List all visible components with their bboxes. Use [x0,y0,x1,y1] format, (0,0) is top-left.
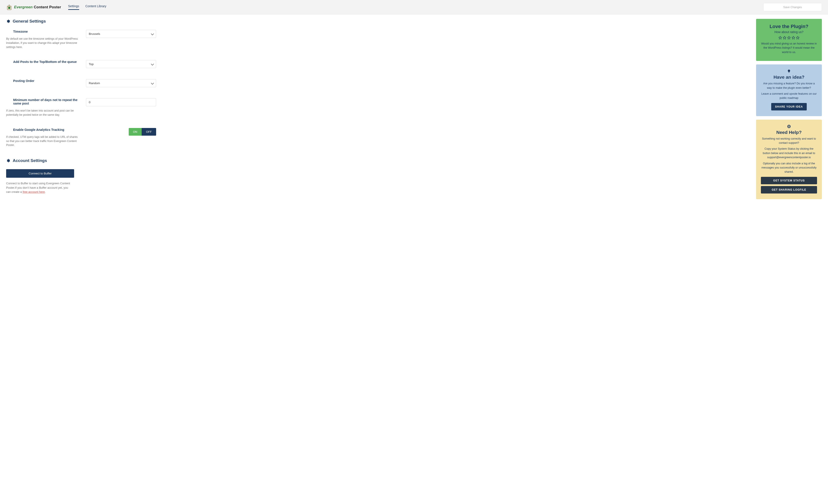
posting-order-select[interactable]: Random [86,79,156,87]
help-p1: Something not working correctly and want… [761,137,817,145]
sidebar: Love the Plugin? How about rating us? Wo… [756,14,822,199]
account-settings-title: Account Settings [13,158,47,163]
star-icon[interactable] [792,36,795,39]
idea-title: Have an idea? [761,75,817,80]
connect-help-post: . [45,190,46,193]
svg-marker-7 [796,36,799,39]
setting-min-days: Minimum number of days not to repeat the… [6,98,164,117]
ga-tracking-help: If checked, UTM query tags will be added… [6,135,79,147]
logo: Evergreen Content Poster [6,4,61,11]
timezone-help: By default we use the timezone settings … [6,37,79,49]
logo-icon [6,4,12,11]
rating-title: Love the Plugin? [761,24,817,29]
top-bar: Evergreen Content Poster Settings Conten… [0,0,828,14]
star-icon[interactable] [787,36,791,39]
account-settings-heading: Account Settings [6,158,164,163]
posting-order-label: Posting Order [13,79,81,83]
queue-position-select[interactable]: Top [86,60,156,68]
queue-position-label: Add Posts to the Top/Bottom of the queue [13,60,81,63]
setting-posting-order: Posting Order Random [6,79,164,87]
nav-tabs: Settings Content Library [68,4,106,10]
tab-settings[interactable]: Settings [68,4,79,10]
min-days-input[interactable] [86,98,156,106]
ga-tracking-label: Enable Google Analytics Tracking [13,128,81,132]
get-sharing-logfile-button[interactable]: GET SHARING LOGFILE [761,186,817,193]
help-card: Need Help? Something not working correct… [756,120,822,199]
idea-p2: Leave a comment and upvote features on o… [761,92,817,100]
svg-marker-5 [787,36,790,39]
svg-marker-4 [783,36,786,39]
idea-card: Have an idea? Are you missing a feature?… [756,64,822,116]
star-icon[interactable] [779,36,782,39]
help-title: Need Help? [761,130,817,135]
get-system-status-button[interactable]: GET SYSTEM STATUS [761,177,817,184]
help-p3: Optionally you can also include a log of… [761,162,817,174]
min-days-help: If zero, this won't be taken into accoun… [6,109,79,117]
help-p2: Copy your System Status by clicking the … [761,147,817,159]
ga-tracking-off[interactable]: OFF [142,128,156,136]
timezone-select[interactable]: Brussels [86,30,156,38]
save-changes-button[interactable]: Save Changes [763,3,822,11]
ga-tracking-on[interactable]: ON [129,128,142,136]
star-icon[interactable] [796,36,799,39]
svg-marker-6 [792,36,795,39]
rating-body: Would you mind giving us an honest revie… [761,42,817,54]
logo-text-black: Content Poster [33,5,61,9]
lightbulb-icon [787,69,791,73]
connect-buffer-button[interactable]: Connect to Buffer [6,169,74,178]
setting-queue-position: Add Posts to the Top/Bottom of the queue… [6,60,164,68]
tab-content-library[interactable]: Content Library [85,4,106,10]
connect-buffer-help: Connect to Buffer to start using Evergre… [6,181,72,194]
timezone-label: Timezone [13,30,81,33]
gear-icon [6,19,10,23]
general-settings-title: General Settings [13,19,46,24]
svg-marker-3 [779,36,782,39]
setting-ga-tracking: Enable Google Analytics Tracking If chec… [6,128,164,147]
free-account-link[interactable]: free account here [23,190,45,193]
setting-timezone: Timezone By default we use the timezone … [6,30,164,49]
logo-text-green: Evergreen [14,5,33,9]
star-icon[interactable] [783,36,786,39]
rating-stars[interactable] [761,36,817,39]
main-content: General Settings Timezone By default we … [6,14,164,194]
svg-point-1 [8,7,10,9]
rating-card: Love the Plugin? How about rating us? Wo… [756,19,822,61]
rating-subtitle: How about rating us? [761,30,817,34]
ga-tracking-toggle: ON OFF [129,128,156,136]
min-days-label: Minimum number of days not to repeat the… [13,98,81,105]
share-idea-button[interactable]: SHARE YOUR IDEA [771,103,807,110]
idea-p1: Are you missing a feature? Do you know a… [761,82,817,90]
gear-icon [6,158,10,163]
general-settings-heading: General Settings [6,19,164,24]
logo-text: Evergreen Content Poster [14,5,61,9]
lifebuoy-icon [787,125,791,128]
